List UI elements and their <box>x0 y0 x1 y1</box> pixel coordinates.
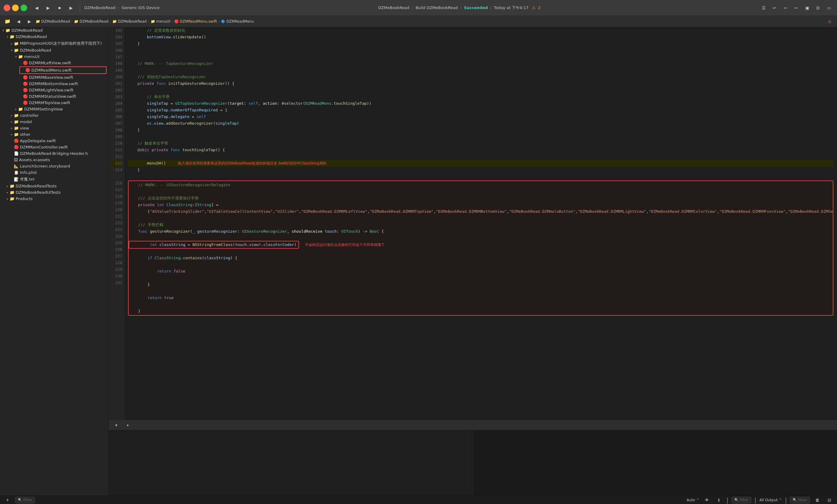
ln-197: 197 <box>110 54 122 60</box>
filter-box-mid[interactable]: 🔍 Filter <box>732 497 751 503</box>
code-line-193: // 进度条数据初始化 <box>128 27 833 34</box>
back-button[interactable]: ◀ <box>32 3 41 12</box>
stop-button[interactable]: ■ <box>55 3 64 12</box>
sidebar-item-appdelegate[interactable]: 🔴 AppDelegate.swift <box>0 138 108 144</box>
sidebar-item-controller[interactable]: 📁 controller <box>0 112 108 119</box>
sidebar-item-menuui[interactable]: 📁 menuUI <box>0 53 108 60</box>
sidebar-item-readmenu[interactable]: 🔴 DZMReadMenu.swift <box>19 66 107 74</box>
sidebar-item-leftview[interactable]: 🔴 DZMRMLeftView.swift <box>0 60 108 66</box>
sidebar-item-statusview[interactable]: 🔴 DZMRMStatusView.swift <box>0 93 108 100</box>
bc-3[interactable]: 📁 DZMeBookRead <box>112 19 147 23</box>
bc-4[interactable]: 📁 menuUI <box>151 19 170 23</box>
code-editor: 193 194 195 196 197 198 199 200 201 202 … <box>109 27 837 420</box>
output-dropdown[interactable]: All Output ⌃ <box>760 498 782 502</box>
bc-5[interactable]: 🔴 DZMReadMenu.swift <box>174 19 217 23</box>
sidebar-item-dzme[interactable]: 📁 DZMeBookRead <box>0 34 108 40</box>
folder-icon-btn[interactable]: 📁 <box>3 17 12 26</box>
sidebar-item-baseview[interactable]: 🔴 DZMRMBaseView.swift <box>0 74 108 80</box>
forward-button[interactable]: ▶ <box>43 3 53 12</box>
sidebar-item-tests[interactable]: 📁 DZMeBookReadTests <box>0 183 108 189</box>
panel-toggle-btn[interactable]: ▼ <box>112 421 121 430</box>
minimize-button[interactable] <box>12 4 19 11</box>
launch-icon: 📐 <box>14 164 19 168</box>
code-line-223: func gestureRecognizer(_ gestureRecogniz… <box>129 228 833 235</box>
sidebar-item-qiumo[interactable]: 📝 求魔.txt <box>0 176 108 183</box>
filter-box-right[interactable]: 🔍 Filter <box>790 497 810 503</box>
sidebar-item-mainctrl[interactable]: 🔴 DZMMainController.swift <box>0 144 108 150</box>
bc-2[interactable]: 📁 DZMeBookRead <box>74 19 108 23</box>
bc-1[interactable]: 📁 DZMeBookRead <box>36 19 70 23</box>
sidebar-item-launch[interactable]: 📐 LaunchScreen.storyboard <box>0 163 108 169</box>
inspector-toggle-button[interactable]: ↩ <box>770 3 779 12</box>
sidebar-item-products[interactable]: 📁 Products <box>0 196 108 202</box>
mainctrl-label: DZMMainController.swift <box>20 145 68 149</box>
console-left <box>109 430 473 496</box>
separator-bar3: | <box>785 497 787 504</box>
nav-prev-button[interactable]: ◀ <box>14 17 23 26</box>
ln-204: 204 <box>110 100 122 107</box>
sidebar-item-view[interactable]: 📁 view <box>0 125 108 131</box>
lightview-label: DZMRMLightView.swift <box>29 88 73 92</box>
code-line-225: let classString = NSStringFromClass(touc… <box>129 241 833 248</box>
other-icon: 📁 <box>14 132 19 137</box>
forward-nav-button[interactable]: ⇨ <box>792 3 801 12</box>
topview-label: DZMRMTopView.swift <box>29 101 70 105</box>
sidebar-item-root[interactable]: 📁 DZMeBookRead <box>0 27 108 34</box>
ln-205: 205 <box>110 107 122 113</box>
triangle-other <box>10 133 14 136</box>
sidebar-item-bottomview[interactable]: 🔴 DZMRMBottomView.swift <box>0 80 108 87</box>
code-line-218: /// 点击这些控件不需要执行手势 <box>129 195 833 202</box>
other-label: other <box>20 132 31 137</box>
mb-icon: 📁 <box>14 41 19 46</box>
qiumo-label: 求魔.txt <box>20 177 34 182</box>
sidebar-item-topview[interactable]: 🔴 DZMRMTopView.swift <box>0 100 108 106</box>
ln-198: 198 <box>110 60 122 67</box>
split-view-btn[interactable]: ⊟ <box>825 496 834 504</box>
sidebar: 📁 DZMeBookRead 📁 DZMeBookRead 📁 MBProgre… <box>0 27 109 496</box>
sidebar-item-other[interactable]: 📁 other <box>0 131 108 138</box>
sidebar-item-mbprogress[interactable]: 📁 MBProgressHUD(这个临时临时使用于阻挡下) <box>0 40 108 47</box>
code-content[interactable]: // 进度条数据初始化 bottomView.sliderUpdate() } … <box>124 27 837 420</box>
sidebar-item-lightview[interactable]: 🔴 DZMRMLightView.swift <box>0 87 108 93</box>
back-nav-button[interactable]: ⇦ <box>781 3 790 12</box>
split-button[interactable]: ⊟ <box>814 3 822 12</box>
ln-202: 202 <box>110 87 122 93</box>
nav-next-button[interactable]: ▶ <box>25 17 34 26</box>
eye-icon-btn[interactable]: 👁 <box>702 496 711 504</box>
panel-action-btn[interactable]: ● <box>123 421 132 430</box>
panel-button[interactable]: ▭ <box>824 3 833 12</box>
bc-6[interactable]: 🔷 DZMReadMenu <box>221 19 254 23</box>
sidebar-item-uitests[interactable]: 📁 DZMeBookReadUITests <box>0 189 108 196</box>
sidebar-item-model[interactable]: 📁 model <box>0 119 108 125</box>
ctrl-label: controller <box>20 113 39 118</box>
baseview-icon: 🔴 <box>23 75 28 80</box>
top-toolbar: ◀ ▶ ■ ▶ DZMeBookRead › Generic iOS Devic… <box>0 0 837 16</box>
ln-209: 209 <box>110 133 122 140</box>
separator <box>80 4 80 12</box>
editor-toggle-button[interactable]: ☰ <box>759 3 768 12</box>
close-button[interactable] <box>4 4 10 11</box>
ln-199: 199 <box>110 67 122 74</box>
bottom-content <box>109 430 837 496</box>
trash-icon-btn[interactable]: 🗑 <box>813 496 822 504</box>
add-file-button[interactable]: + <box>3 496 12 504</box>
ln-221: 221 <box>110 213 122 220</box>
root-icon: 📁 <box>5 28 10 33</box>
sidebar-item-settingview[interactable]: 📁 DZMRMSettingView <box>0 106 108 112</box>
dzme2-icon: 📁 <box>14 48 19 53</box>
run-button[interactable]: ▶ <box>67 3 75 12</box>
maximize-button[interactable] <box>20 4 27 11</box>
auto-dropdown[interactable]: Auto ⌃ <box>687 498 699 502</box>
readmenu-icon: 🔴 <box>25 68 30 72</box>
code-line-235: } <box>129 308 833 314</box>
code-line-221 <box>129 215 833 221</box>
warning-toolbar-icon[interactable]: ⚠ <box>825 17 834 26</box>
code-line-201: private func initTapGestureRecognizer() … <box>128 80 833 87</box>
sidebar-item-plist[interactable]: 📋 Info.plist <box>0 169 108 176</box>
sidebar-item-dzme2[interactable]: 📁 DZMeBookRead <box>0 47 108 53</box>
layout-button[interactable]: ▣ <box>803 3 812 12</box>
info-icon-btn[interactable]: ℹ <box>714 496 724 504</box>
sidebar-item-bridging[interactable]: 📄 DZMeBookRead-Bridging-Header.h <box>0 150 108 157</box>
view-label: view <box>20 126 29 130</box>
sidebar-item-assets[interactable]: 🖼 Assets.xcassets <box>0 157 108 163</box>
